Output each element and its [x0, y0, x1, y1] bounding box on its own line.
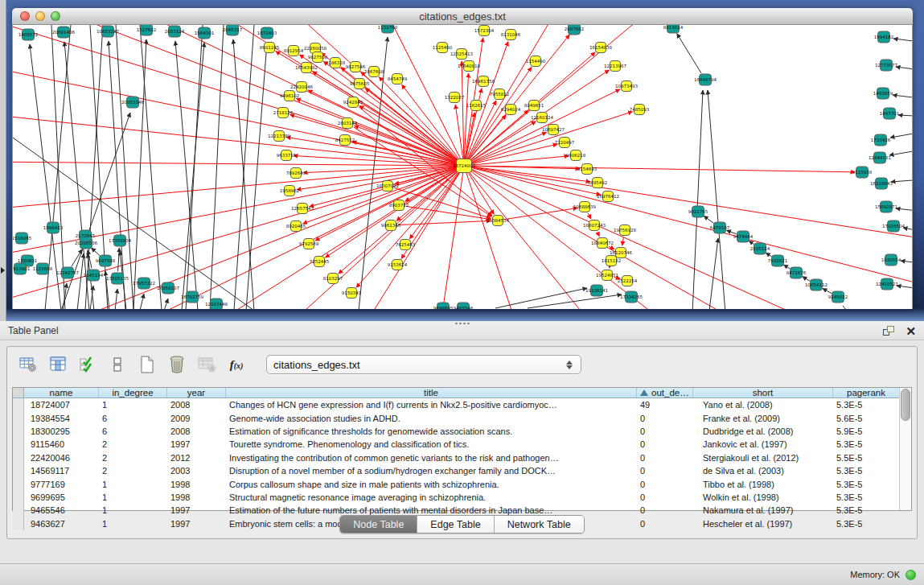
graph-edge[interactable] — [468, 172, 495, 215]
table-cell-title[interactable]: Estimation of significance thresholds fo… — [226, 425, 637, 438]
table-cell-year[interactable]: 1998 — [167, 491, 226, 504]
graph-edge[interactable] — [45, 25, 464, 166]
graph-edge[interactable] — [92, 248, 101, 256]
table-cell-pagerank[interactable]: 5.3E-5 — [833, 477, 899, 490]
table-cell-in_degree[interactable]: 2 — [99, 451, 167, 464]
table-cell-year[interactable]: 2008 — [167, 425, 226, 438]
table-cell-in_degree[interactable]: 6 — [99, 411, 167, 424]
table-cell-name[interactable]: 9115460 — [24, 438, 99, 451]
table-cell-short[interactable]: Stergiakouli et al. (2012) — [693, 451, 833, 464]
table-cell-year[interactable]: 2008 — [167, 398, 226, 411]
graph-edge[interactable] — [891, 178, 912, 182]
network-canvas[interactable]: 1872400712325413112548016640910169617587… — [12, 25, 913, 309]
panel-collapse-arrow[interactable] — [1, 267, 5, 274]
table-cell-pagerank[interactable]: 5.9E-5 — [833, 425, 899, 438]
table-row[interactable]: 1456911722003Disruption of a novel membe… — [13, 464, 899, 477]
table-cell-in_degree[interactable]: 1 — [99, 491, 167, 504]
graph-edge[interactable] — [471, 166, 855, 172]
table-cell-title[interactable]: Changes of HCN gene expression and I(f) … — [226, 398, 637, 411]
table-cell-short[interactable]: Wolkin et al. (1998) — [693, 491, 833, 504]
float-panel-icon[interactable] — [883, 326, 894, 336]
table-cell-title[interactable]: Corpus callosum shape and size in male p… — [226, 477, 637, 490]
function-builder-button[interactable]: f(x) — [225, 353, 248, 376]
table-cell-title[interactable]: Genome-wide association studies in ADHD. — [226, 411, 637, 424]
table-cell-out_degree[interactable]: 0 — [637, 464, 693, 477]
graph-edge[interactable] — [140, 294, 144, 309]
table-cell-short[interactable]: Tibbo et al. (1998) — [693, 477, 833, 490]
graph-edge[interactable] — [302, 168, 457, 224]
table-cell-pagerank[interactable]: 5.3E-5 — [833, 398, 899, 411]
graph-edge[interactable] — [890, 128, 912, 138]
graph-edge[interactable] — [464, 166, 841, 309]
table-cell-short[interactable]: Yano et al. (2008) — [693, 398, 833, 411]
table-cell-name[interactable]: 14569117 — [24, 464, 99, 477]
graph-edge[interactable] — [175, 41, 198, 309]
graph-edge[interactable] — [409, 171, 459, 239]
tab-edge-table[interactable]: Edge Table — [417, 516, 494, 533]
graph-edge[interactable] — [709, 238, 718, 309]
table-cell-out_degree[interactable]: 0 — [637, 438, 693, 451]
column-settings-button[interactable] — [17, 353, 39, 376]
table-cell-title[interactable]: Structural magnetic resonance image aver… — [226, 491, 637, 504]
graph-edge[interactable] — [464, 166, 912, 290]
graph-edge[interactable] — [140, 25, 162, 309]
graph-edge[interactable] — [843, 306, 867, 309]
table-cell-out_degree[interactable]: 0 — [637, 477, 693, 490]
graph-edge[interactable] — [766, 253, 771, 257]
graph-edge[interactable] — [118, 248, 120, 271]
graph-edge[interactable] — [889, 146, 912, 155]
graph-edge[interactable] — [528, 295, 622, 308]
table-cell-short[interactable]: Jankovic et al. (1997) — [693, 438, 833, 451]
graph-edge[interactable] — [470, 89, 620, 163]
graph-edge[interactable] — [898, 115, 912, 117]
table-row[interactable]: 2242004622012Investigating the contribut… — [13, 451, 899, 464]
table-row[interactable]: 1872400712008Changes of HCN gene express… — [13, 398, 899, 411]
splitter-handle[interactable] — [454, 322, 470, 325]
table-cell-in_degree[interactable]: 1 — [99, 398, 167, 411]
column-header-short[interactable]: short — [693, 388, 833, 398]
graph-edge[interactable] — [893, 95, 912, 101]
graph-edge[interactable] — [901, 261, 912, 266]
table-cell-title[interactable]: Investigating the contribution of common… — [226, 451, 637, 464]
graph-edge[interactable] — [296, 98, 457, 163]
graph-edge[interactable] — [464, 166, 680, 309]
graph-edge[interactable] — [439, 166, 464, 309]
tab-network-table[interactable]: Network Table — [495, 516, 584, 533]
table-cell-name[interactable]: 22420046 — [24, 451, 99, 464]
table-cell-year[interactable]: 2012 — [167, 451, 226, 464]
table-cell-short[interactable]: Dudbridge et al. (2008) — [693, 425, 833, 438]
column-header-year[interactable]: year — [167, 388, 226, 398]
graph-edge[interactable] — [896, 67, 912, 73]
column-header-in_degree[interactable]: in_degree — [99, 388, 167, 398]
show-columns-button[interactable] — [47, 353, 69, 376]
network-window-titlebar[interactable]: citations_edges.txt — [12, 8, 913, 25]
table-cell-out_degree[interactable]: 49 — [637, 398, 693, 411]
table-cell-pagerank[interactable]: 5.3E-5 — [833, 491, 899, 504]
graph-edge[interactable] — [164, 299, 168, 309]
table-cell-in_degree[interactable]: 1 — [99, 477, 167, 490]
graph-edge[interactable] — [823, 288, 832, 293]
graph-edge[interactable] — [210, 25, 224, 309]
table-cell-in_degree[interactable]: 2 — [99, 464, 167, 477]
graph-edge[interactable] — [233, 39, 254, 309]
memory-ok-indicator[interactable] — [906, 570, 916, 580]
table-cell-name[interactable]: 18724007 — [24, 398, 99, 411]
graph-edge[interactable] — [198, 166, 464, 309]
row-options-button[interactable] — [106, 353, 129, 376]
table-cell-in_degree[interactable]: 6 — [99, 425, 167, 438]
table-cell-year[interactable]: 1997 — [167, 438, 226, 451]
graph-edge[interactable] — [897, 286, 912, 292]
table-cell-year[interactable]: 2003 — [167, 464, 226, 477]
table-cell-pagerank[interactable]: 5.6E-5 — [833, 411, 899, 424]
table-cell-in_degree[interactable]: 2 — [99, 438, 167, 451]
graph-edge[interactable] — [37, 166, 464, 309]
graph-edge[interactable] — [354, 126, 457, 163]
graph-edge[interactable] — [133, 39, 146, 309]
table-cell-name[interactable]: 18300295 — [24, 425, 99, 438]
graph-edge[interactable] — [749, 241, 754, 245]
table-cell-year[interactable]: 2009 — [167, 411, 226, 424]
table-row[interactable]: 1830029562008Estimation of significance … — [13, 425, 899, 438]
close-panel-icon[interactable]: ✕ — [906, 325, 916, 337]
graph-edge[interactable] — [495, 288, 587, 308]
graph-edge[interactable] — [677, 34, 702, 74]
